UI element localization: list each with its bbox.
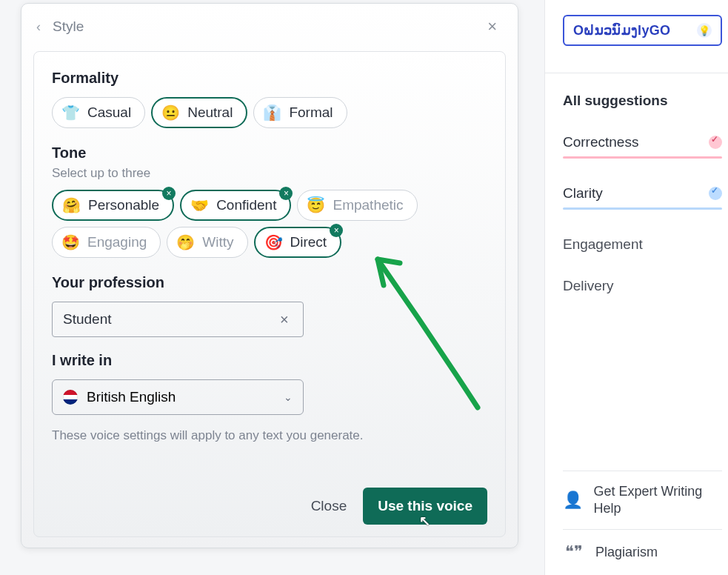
sidebar-item-label: Delivery — [563, 278, 614, 294]
modal-header: ‹ Style × — [21, 4, 518, 47]
tone-witty[interactable]: 🤭 Witty — [167, 227, 247, 258]
profession-label: Your profession — [52, 274, 487, 291]
formality-casual[interactable]: 👕 Casual — [52, 97, 145, 128]
sidebar-item-correctness[interactable]: Correctness — [563, 115, 722, 156]
button-label: Use this voice — [378, 498, 472, 513]
halo-face-icon: 😇 — [307, 198, 325, 213]
uk-flag-icon — [63, 390, 78, 405]
sidebar-item-label: Correctness — [563, 134, 638, 150]
tone-label: Tone — [52, 144, 487, 162]
remove-chip-icon[interactable]: × — [279, 187, 293, 200]
sidebar: OຝນວນົມງlyGO 💡 All suggestions Correctne… — [544, 0, 728, 575]
sidebar-item-all-suggestions[interactable]: All suggestions — [563, 73, 722, 115]
chip-label: Personable — [88, 197, 159, 213]
correctness-underline — [563, 156, 722, 159]
sidebar-action-expert-help[interactable]: 👤 Get Expert Writing Help — [563, 471, 722, 530]
quote-icon: ❝❞ — [563, 542, 585, 563]
formality-neutral[interactable]: 😐 Neutral — [151, 97, 247, 128]
tone-confident[interactable]: 🤝 Confident × — [180, 190, 291, 221]
clarity-underline — [563, 207, 722, 210]
close-button[interactable]: Close — [311, 498, 347, 514]
profession-input-wrap: × — [52, 302, 487, 337]
chip-label: Witty — [202, 234, 233, 250]
profession-input[interactable] — [52, 302, 304, 337]
style-modal: ‹ Style × Formality 👕 Casual 😐 Neutral 👔… — [21, 3, 518, 548]
chip-label: Casual — [87, 104, 131, 121]
tone-sublabel: Select up to three — [52, 166, 487, 181]
tone-empathetic[interactable]: 😇 Empathetic — [297, 190, 417, 221]
language-label: I write in — [52, 352, 487, 369]
back-icon[interactable]: ‹ — [36, 19, 41, 35]
close-icon[interactable]: × — [481, 14, 503, 39]
spacer — [563, 300, 722, 471]
sidebar-item-clarity[interactable]: Clarity — [563, 166, 722, 207]
chip-label: Formal — [289, 104, 333, 121]
remove-chip-icon[interactable]: × — [162, 187, 176, 200]
chip-label: Engaging — [87, 234, 147, 250]
sidebar-item-label: All suggestions — [563, 93, 667, 109]
tone-engaging[interactable]: 🤩 Engaging — [52, 227, 161, 258]
check-badge-icon — [709, 136, 722, 149]
sidebar-item-label: Engagement — [563, 236, 643, 253]
use-this-voice-button[interactable]: Use this voice ↖ — [363, 488, 487, 525]
hugging-face-icon: 🤗 — [62, 198, 81, 213]
lightbulb-icon: 💡 — [697, 23, 712, 38]
person-icon: 👤 — [563, 490, 584, 511]
sidebar-action-label: Get Expert Writing Help — [594, 483, 722, 518]
modal-title: Style — [53, 19, 84, 35]
hand-over-mouth-icon: 🤭 — [176, 235, 195, 250]
sidebar-item-delivery[interactable]: Delivery — [563, 259, 722, 300]
sidebar-item-label: Clarity — [563, 185, 603, 202]
chevron-down-icon: ⌄ — [284, 391, 293, 403]
neutral-face-icon: 😐 — [161, 105, 180, 120]
sidebar-action-plagiarism[interactable]: ❝❞ Plagiarism — [563, 529, 722, 575]
chip-label: Empathetic — [333, 197, 403, 213]
target-icon: 🎯 — [264, 235, 283, 250]
sidebar-item-engagement[interactable]: Engagement — [563, 217, 722, 259]
brand-label: OຝນວນົມງlyGO — [573, 22, 670, 39]
handshake-icon: 🤝 — [190, 198, 209, 213]
chip-label: Direct — [290, 234, 327, 250]
modal-body: Formality 👕 Casual 😐 Neutral 👔 Formal To… — [33, 51, 506, 537]
tone-chips: 🤗 Personable × 🤝 Confident × 😇 Empatheti… — [52, 190, 487, 258]
remove-chip-icon[interactable]: × — [330, 224, 343, 237]
tone-direct[interactable]: 🎯 Direct × — [254, 227, 342, 258]
tshirt-icon: 👕 — [61, 105, 80, 120]
brand-pill[interactable]: OຝນວນົມງlyGO 💡 — [563, 15, 722, 46]
necktie-icon: 👔 — [263, 105, 281, 120]
clear-input-icon[interactable]: × — [280, 311, 289, 328]
chip-label: Neutral — [187, 104, 233, 121]
language-value: British English — [87, 389, 176, 405]
sidebar-action-label: Plagiarism — [595, 544, 658, 561]
tone-personable[interactable]: 🤗 Personable × — [52, 190, 174, 221]
formality-formal[interactable]: 👔 Formal — [253, 97, 347, 128]
cursor-icon: ↖ — [419, 513, 430, 529]
language-select[interactable]: British English ⌄ — [52, 379, 304, 415]
chip-label: Confident — [216, 197, 276, 213]
star-struck-icon: 🤩 — [61, 235, 80, 250]
formality-label: Formality — [52, 70, 487, 87]
main-area: ‹ Style × Formality 👕 Casual 😐 Neutral 👔… — [0, 0, 544, 575]
check-badge-icon — [709, 187, 722, 200]
modal-actions: Close Use this voice ↖ — [52, 476, 487, 525]
voice-footnote: These voice settings will apply to any t… — [52, 428, 487, 443]
formality-chips: 👕 Casual 😐 Neutral 👔 Formal — [52, 97, 487, 128]
